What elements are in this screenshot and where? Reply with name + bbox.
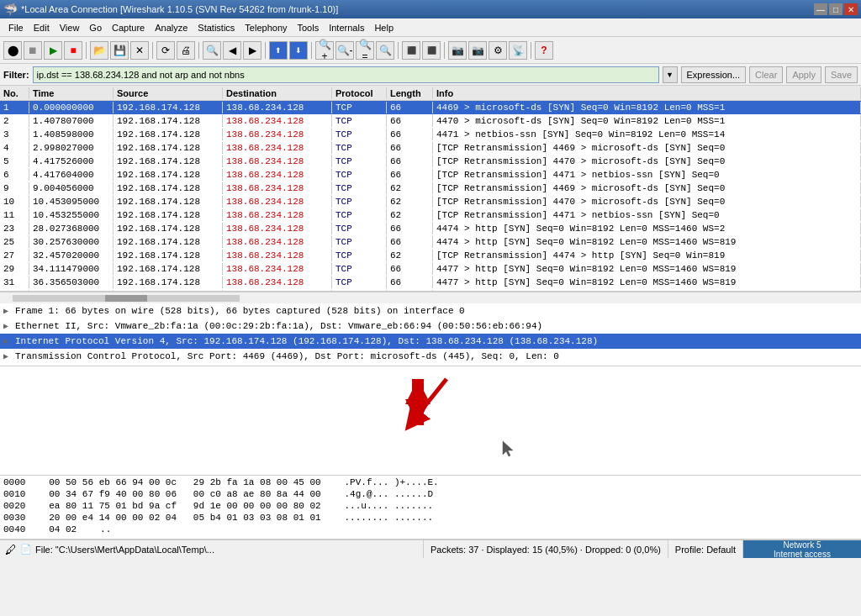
menu-edit[interactable]: Edit — [29, 21, 55, 34]
cursor-area — [0, 366, 861, 476]
tb-next-found[interactable]: ▶ — [243, 41, 261, 60]
hex-row: 0040 04 02 .. — [3, 524, 858, 536]
menu-help[interactable]: Help — [369, 21, 399, 34]
detail-row[interactable]: ▶Internet Protocol Version 4, Src: 192.1… — [0, 334, 861, 349]
packet-row[interactable]: 23 28.027368000 192.168.174.128 138.68.2… — [0, 222, 861, 235]
tb-wireless[interactable]: 📡 — [509, 41, 527, 60]
tb-reload[interactable]: ⟳ — [156, 41, 175, 60]
detail-row[interactable]: ▶Transmission Control Protocol, Src Port… — [0, 349, 861, 364]
packet-row[interactable]: 29 34.111479000 192.168.174.128 138.68.2… — [0, 262, 861, 276]
status-network-line2: Internet access — [774, 550, 831, 559]
minimize-button[interactable]: — — [814, 3, 827, 15]
apply-button[interactable]: Apply — [786, 66, 821, 83]
packet-row[interactable]: 9 9.004056000 192.168.174.128 138.68.234… — [0, 182, 861, 195]
toolbar: ⬤ ⏹ ▶ ■ 📂 💾 ✕ ⟳ 🖨 🔍 ◀ ▶ ⬆ ⬇ 🔍+ 🔍- 🔍= 🔍 ⬛… — [0, 37, 861, 64]
packet-list: No. Time Source Destination Protocol Len… — [0, 86, 861, 292]
packet-row[interactable]: 6 4.417604000 192.168.174.128 138.68.234… — [0, 168, 861, 182]
tb-zoom-in[interactable]: 🔍+ — [315, 41, 334, 60]
filter-label: Filter: — [3, 70, 29, 80]
tb-resize-cols2[interactable]: ⬛ — [422, 41, 441, 60]
tb-sep-8 — [531, 42, 531, 59]
filterbar: Filter: ▼ Expression... Clear Apply Save — [0, 64, 861, 86]
menu-view[interactable]: View — [55, 21, 85, 34]
packet-rows: 1 0.000000000 192.168.174.128 138.68.234… — [0, 101, 861, 292]
packet-row[interactable]: 3 1.408598000 192.168.174.128 138.68.234… — [0, 128, 861, 141]
tb-zoom-out[interactable]: 🔍- — [335, 41, 354, 60]
hex-row: 0030 20 00 e4 14 00 00 02 04 05 b4 01 03… — [3, 513, 858, 524]
tb-zoom-normal[interactable]: 🔍= — [356, 41, 374, 60]
packet-row[interactable]: 5 4.417526000 192.168.174.128 138.68.234… — [0, 155, 861, 168]
tb-sep-6 — [398, 42, 399, 59]
menubar: File Edit View Go Capture Analyze Statis… — [0, 18, 861, 37]
tb-print[interactable]: 🖨 — [177, 41, 195, 60]
status-network: Network 5 Internet access — [743, 540, 861, 558]
close-button[interactable]: ✕ — [844, 3, 858, 15]
tb-zoom-sel[interactable]: 🔍 — [376, 41, 394, 60]
col-header-protocol: Protocol — [332, 87, 387, 99]
expression-button[interactable]: Expression... — [681, 66, 747, 83]
menu-file[interactable]: File — [3, 21, 29, 34]
packet-row[interactable]: 11 10.453255000 192.168.174.128 138.68.2… — [0, 208, 861, 222]
hexdump: 0000 00 50 56 eb 66 94 00 0c 29 2b fa 1a… — [0, 476, 861, 540]
status-profile: Profile: Default — [668, 540, 743, 558]
tb-open[interactable]: 📂 — [90, 41, 108, 60]
detail-text: Internet Protocol Version 4, Src: 192.16… — [15, 336, 598, 346]
tb-sep-5 — [311, 42, 312, 59]
menu-statistics[interactable]: Statistics — [193, 21, 240, 34]
menu-go[interactable]: Go — [84, 21, 107, 34]
menu-telephony[interactable]: Telephony — [240, 21, 292, 34]
detail-text: Frame 1: 66 bytes on wire (528 bits), 66… — [15, 306, 465, 316]
save-button[interactable]: Save — [825, 66, 858, 83]
detail-row[interactable]: ▶Ethernet II, Src: Vmware_2b:fa:1a (00:0… — [0, 319, 861, 334]
hscroll[interactable] — [0, 292, 861, 303]
tb-resize-cols[interactable]: ⬛ — [402, 41, 420, 60]
tb-sep-4 — [265, 42, 266, 59]
tb-colorize2[interactable]: ⬇ — [289, 41, 308, 60]
menu-analyze[interactable]: Analyze — [150, 21, 193, 34]
hex-row: 0010 00 34 67 f9 40 00 80 06 00 c0 a8 ae… — [3, 489, 858, 501]
tb-capture-filter[interactable]: 📷 — [448, 41, 467, 60]
hex-row: 0000 00 50 56 eb 66 94 00 0c 29 2b fa 1a… — [3, 477, 858, 489]
tb-close[interactable]: ✕ — [130, 41, 149, 60]
filter-dropdown[interactable]: ▼ — [663, 66, 678, 83]
tb-restart-capture[interactable]: ▶ — [44, 41, 62, 60]
tb-save[interactable]: 💾 — [110, 41, 129, 60]
tb-capture-filter2[interactable]: 📷 — [468, 41, 487, 60]
tb-stop-red[interactable]: ■ — [64, 41, 82, 60]
tb-colorize[interactable]: ⬆ — [269, 41, 288, 60]
filter-input[interactable] — [33, 66, 659, 83]
packet-row[interactable]: 10 10.453095000 192.168.174.128 138.68.2… — [0, 195, 861, 208]
packet-row[interactable]: 27 32.457020000 192.168.174.128 138.68.2… — [0, 249, 861, 262]
packet-row[interactable]: 2 1.407807000 192.168.174.128 138.68.234… — [0, 114, 861, 128]
tb-stop-capture[interactable]: ⏹ — [24, 41, 42, 60]
svg-line-3 — [413, 379, 446, 421]
tb-sep-3 — [198, 42, 199, 59]
status-file-text: File: "C:\Users\Mert\AppData\Local\Temp\… — [35, 545, 214, 555]
packet-row[interactable]: 31 36.356503000 192.168.174.128 138.68.2… — [0, 276, 861, 289]
expand-icon: ▶ — [3, 321, 15, 331]
packet-row[interactable]: 4 2.998027000 192.168.174.128 138.68.234… — [0, 141, 861, 155]
packet-row[interactable]: 25 30.257630000 192.168.174.128 138.68.2… — [0, 235, 861, 249]
hex-row: 0020 ea 80 11 75 01 bd 9a cf 9d 1e 00 00… — [3, 501, 858, 513]
tb-sep-7 — [444, 42, 445, 59]
tb-find[interactable]: 🔍 — [203, 41, 221, 60]
col-header-source: Source — [114, 87, 223, 99]
col-header-no: No. — [0, 87, 29, 99]
col-header-destination: Destination — [223, 87, 332, 99]
tb-options[interactable]: ⚙ — [489, 41, 507, 60]
tb-help[interactable]: ? — [535, 41, 553, 60]
packet-row[interactable]: 1 0.000000000 192.168.174.128 138.68.234… — [0, 101, 861, 114]
detail-row[interactable]: ▶Frame 1: 66 bytes on wire (528 bits), 6… — [0, 303, 861, 319]
status-packets-text: Packets: 37 · Displayed: 15 (40,5%) · Dr… — [430, 545, 661, 555]
tb-sep-1 — [86, 42, 87, 59]
tb-prev-found[interactable]: ◀ — [223, 41, 241, 60]
maximize-button[interactable]: □ — [829, 3, 843, 15]
tb-start-capture[interactable]: ⬤ — [3, 41, 22, 60]
menu-tools[interactable]: Tools — [293, 21, 325, 34]
titlebar-title: 🦈 *Local Area Connection [Wireshark 1.10… — [3, 3, 338, 16]
menu-capture[interactable]: Capture — [107, 21, 150, 34]
clear-button[interactable]: Clear — [749, 66, 783, 83]
status-packets: Packets: 37 · Displayed: 15 (40,5%) · Dr… — [424, 540, 668, 558]
menu-internals[interactable]: Internals — [324, 21, 369, 34]
col-header-info: Info — [433, 87, 861, 99]
